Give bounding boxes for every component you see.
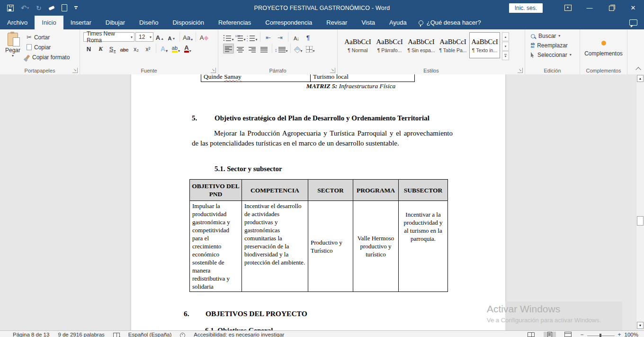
- save-button[interactable]: [7, 3, 14, 13]
- paste-button[interactable]: Pegar ▾: [1, 31, 25, 61]
- highlight-button[interactable]: ab▾: [170, 44, 181, 54]
- select-button[interactable]: Seleccionar▾: [526, 50, 579, 60]
- clipboard-dialog-launcher[interactable]: ↘: [72, 68, 78, 73]
- proofing-errors-icon[interactable]: [113, 333, 120, 337]
- style-parrafo[interactable]: AaBbCcI¶ Párrafo...: [374, 32, 405, 58]
- increase-indent-button[interactable]: ⇥: [275, 32, 286, 42]
- word-count-indicator[interactable]: 9 de 2916 palabras: [58, 332, 104, 337]
- accessibility-status[interactable]: Accesibilidad: es necesario investigar: [194, 332, 284, 337]
- align-center-button[interactable]: [235, 44, 246, 54]
- zoom-in-button[interactable]: +: [618, 332, 621, 337]
- multilevel-list-button[interactable]: ▾: [247, 32, 258, 42]
- borders-button[interactable]: ▾: [305, 44, 316, 54]
- tab-vista[interactable]: Vista: [354, 16, 382, 29]
- header-objetivo-pnd[interactable]: OBJETIVO DEL PND: [190, 180, 242, 201]
- heading-5-1[interactable]: 5.1. Sector y subsector: [215, 165, 282, 173]
- tab-archivo[interactable]: Archivo: [0, 16, 35, 29]
- customize-quick-access-button[interactable]: ▾: [74, 3, 78, 13]
- paragraph-dialog-launcher[interactable]: ↘: [330, 68, 335, 73]
- grow-font-button[interactable]: A▲: [154, 32, 165, 42]
- language-indicator[interactable]: Español (España): [128, 332, 171, 337]
- page-number-indicator[interactable]: Página 8 de 13: [13, 332, 49, 337]
- tab-referencias[interactable]: Referencias: [211, 16, 258, 29]
- strikethrough-button[interactable]: abc: [119, 44, 130, 54]
- close-button[interactable]: ✕: [622, 0, 644, 16]
- web-layout-button[interactable]: [562, 332, 574, 337]
- sort-button[interactable]: A↓: [291, 32, 302, 42]
- bold-button[interactable]: N: [83, 44, 94, 54]
- font-size-combobox[interactable]: 12▾: [135, 32, 153, 42]
- tab-correspondencia[interactable]: Correspondencia: [258, 16, 319, 29]
- format-painter-button[interactable]: Copiar formato: [27, 53, 70, 61]
- table-cell[interactable]: Quinde Samay: [201, 74, 311, 82]
- cell-programa[interactable]: Valle Hermoso productivo y turístico: [353, 201, 399, 292]
- italic-button[interactable]: K: [95, 44, 106, 54]
- restore-button[interactable]: [600, 0, 622, 16]
- sign-in-button[interactable]: Inic. ses.: [509, 3, 543, 13]
- scroll-up-button[interactable]: ▲: [637, 75, 644, 82]
- table-cell[interactable]: Turismo local: [311, 74, 414, 82]
- undo-button[interactable]: ↶▾: [21, 3, 29, 13]
- zoom-slider-thumb[interactable]: [599, 334, 601, 337]
- comments-icon[interactable]: [629, 19, 637, 26]
- shading-button[interactable]: ▾: [293, 44, 304, 54]
- style-sin-espaciado[interactable]: AaBbCcI¶ Sin espa...: [406, 32, 437, 58]
- addins-button[interactable]: Complementos: [581, 31, 626, 66]
- line-spacing-button[interactable]: ↕▾: [275, 44, 288, 54]
- eraser-button[interactable]: [49, 3, 54, 13]
- header-programa[interactable]: PROGRAMA: [353, 180, 399, 201]
- cut-button[interactable]: ✂Cortar: [27, 33, 70, 41]
- scrollbar-thumb[interactable]: [637, 216, 644, 226]
- font-dialog-launcher[interactable]: ↘: [211, 68, 216, 73]
- text-effects-button[interactable]: A▾: [159, 44, 170, 54]
- tab-diseno[interactable]: Diseño: [132, 16, 165, 29]
- decrease-indent-button[interactable]: ⇤: [263, 32, 274, 42]
- matriz5-table-fragment[interactable]: Quinde Samay Turismo local: [201, 74, 415, 82]
- scroll-down-button[interactable]: ▼: [637, 322, 644, 329]
- bullets-button[interactable]: ▾: [223, 32, 234, 42]
- header-competencia[interactable]: COMPETENCIA: [242, 180, 308, 201]
- font-name-combobox[interactable]: Times New Roma▾: [83, 32, 134, 42]
- zoom-percentage[interactable]: 100%: [625, 332, 638, 337]
- style-normal[interactable]: AaBbCcI¶ Normal: [342, 32, 373, 58]
- align-left-button[interactable]: [223, 44, 234, 54]
- find-button[interactable]: Buscar▾: [526, 31, 579, 41]
- tell-me-box[interactable]: ¿Qué desea hacer?: [414, 16, 486, 29]
- cell-objetivo-pnd[interactable]: Impulsar la productividad gastronómica y…: [190, 201, 242, 292]
- new-document-button[interactable]: [62, 3, 67, 13]
- heading-5[interactable]: 5. Objetivo estratégico del Plan de Desa…: [192, 114, 429, 122]
- tab-revisar[interactable]: Revisar: [319, 16, 354, 29]
- align-right-button[interactable]: [247, 44, 258, 54]
- styles-dialog-launcher[interactable]: ↘: [518, 68, 523, 73]
- tab-insertar[interactable]: Insertar: [63, 16, 98, 29]
- ribbon-display-options-button[interactable]: ▲: [557, 0, 579, 16]
- tab-disposicion[interactable]: Disposición: [165, 16, 211, 29]
- heading-6-1[interactable]: 6.1. Objetivos General: [205, 327, 273, 330]
- zoom-slider[interactable]: [587, 336, 615, 336]
- cell-subsector[interactable]: Incentivar a la productividad y al turis…: [399, 201, 448, 292]
- subscript-button[interactable]: x₂: [131, 44, 142, 54]
- style-table-paragraph[interactable]: AaBbCcI¶ Table Pa...: [438, 32, 468, 58]
- tab-dibujar[interactable]: Dibujar: [98, 16, 132, 29]
- show-paragraph-marks-button[interactable]: ¶: [303, 32, 313, 42]
- print-layout-button[interactable]: [544, 332, 556, 337]
- superscript-button[interactable]: x²: [143, 44, 153, 54]
- styles-scroll-down-button[interactable]: ▼: [502, 42, 509, 51]
- shrink-font-button[interactable]: A▼: [166, 32, 177, 42]
- cell-competencia[interactable]: Incentivar el desarrollo de actividades …: [242, 201, 308, 292]
- styles-gallery-more-button[interactable]: ▼: [502, 51, 509, 60]
- styles-scroll-up-button[interactable]: ▲: [502, 32, 509, 41]
- justify-button[interactable]: [259, 44, 269, 54]
- sector-subsector-table[interactable]: OBJETIVO DEL PND COMPETENCIA SECTOR PROG…: [189, 179, 448, 292]
- zoom-out-button[interactable]: −: [581, 332, 584, 337]
- tab-ayuda[interactable]: Ayuda: [382, 16, 414, 29]
- collapse-ribbon-button[interactable]: [635, 67, 641, 72]
- body-paragraph[interactable]: Mejorar la Producción Agropecuaria y Tur…: [192, 128, 453, 148]
- heading-6[interactable]: 6. OBJETIVOS DEL PROYECTO: [184, 310, 307, 318]
- underline-button[interactable]: S▾: [107, 44, 118, 54]
- header-subsector[interactable]: SUBSECTOR: [399, 180, 448, 201]
- copy-button[interactable]: Copiar: [27, 43, 70, 51]
- font-color-button[interactable]: A▾: [182, 44, 193, 54]
- header-sector[interactable]: SECTOR: [308, 180, 353, 201]
- cell-sector[interactable]: Productivo y Turístico: [308, 201, 353, 292]
